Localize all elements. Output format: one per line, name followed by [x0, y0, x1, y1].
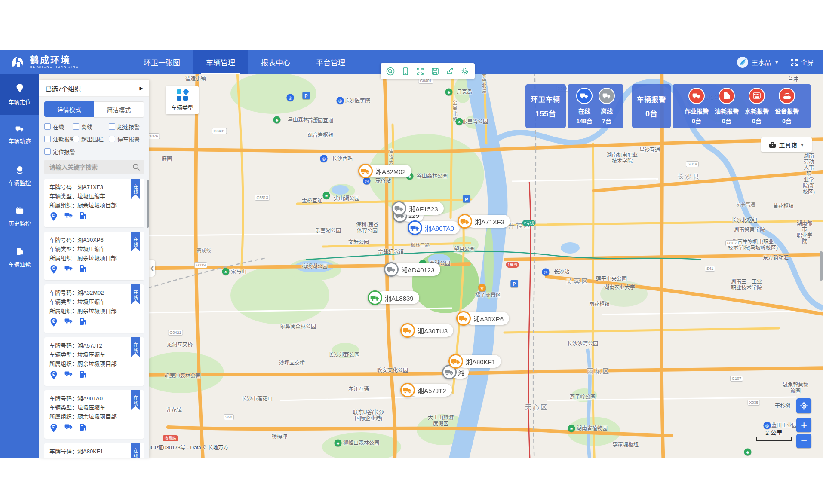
- stat-label: 在线: [578, 107, 590, 115]
- vehicle-marker[interactable]: 湘A80KF1: [448, 354, 501, 369]
- vehicle-marker[interactable]: 湘AL8839: [368, 290, 419, 305]
- nav-item[interactable]: 环卫一张图: [131, 50, 193, 74]
- sidebar-item[interactable]: 车辆监控: [0, 156, 39, 196]
- fullscreen-button[interactable]: 全屏: [790, 58, 814, 67]
- logo-title: 鹤成环境: [30, 55, 79, 65]
- vehicle-card[interactable]: 车牌号码：湘A57JT2车辆类型：垃圾压缩车所属组织：厨余垃圾项目部在线: [44, 337, 144, 386]
- track-vehicle-icon[interactable]: [64, 212, 73, 224]
- vehicle-marker[interactable]: 湘A57JT2: [400, 383, 452, 397]
- marker-plate-label: 湘AD40123: [393, 263, 440, 276]
- track-vehicle-icon[interactable]: [64, 423, 73, 435]
- map-search-icon[interactable]: [386, 67, 395, 76]
- road-badge: G5513: [255, 195, 270, 201]
- vehicle-marker[interactable]: 湘AD40123: [384, 262, 440, 277]
- mode-simple-button[interactable]: 简洁模式: [94, 101, 144, 118]
- vehicle-marker[interactable]: 湘A32M02: [358, 164, 412, 178]
- org-expand-arrow-icon[interactable]: ▶: [140, 86, 143, 91]
- vehicle-card[interactable]: 车牌号码：湘A32M02车辆类型：垃圾压缩车所属组织：厨余垃圾项目部在线: [44, 284, 144, 333]
- vehicle-card[interactable]: 车牌号码：湘A71XF3车辆类型：垃圾压缩车所属组织：厨余垃圾项目部在线: [44, 179, 144, 227]
- vehicle-marker[interactable]: 湘A30XP6: [456, 311, 509, 326]
- alarm-label: 油耗报警: [715, 107, 739, 115]
- panel-collapse-tab[interactable]: ❮: [149, 260, 155, 277]
- vehicle-card-org: 所属组织：厨余垃圾项目部: [49, 306, 139, 315]
- filter-checkbox[interactable]: 停车报警: [109, 135, 144, 143]
- map-label: 长沙沙湾公园: [567, 341, 598, 347]
- filter-checkbox[interactable]: 定位报警: [44, 147, 73, 156]
- vehicle-type-button[interactable]: 车辆类型: [166, 86, 199, 114]
- zoom-out-button[interactable]: −: [796, 434, 811, 448]
- vehicle-card-plate: 车牌号码：湘A32M02: [49, 288, 139, 297]
- zoom-in-button[interactable]: +: [796, 418, 811, 432]
- vehicle-marker[interactable]: 湘A71XF3: [458, 214, 510, 229]
- truck-marker-icon: [400, 383, 415, 397]
- locate-vehicle-icon[interactable]: [49, 265, 58, 277]
- filter-checkbox[interactable]: 超速报警: [109, 122, 144, 131]
- panel-scrollbar-thumb[interactable]: [147, 180, 149, 228]
- sidebar-item[interactable]: 历史监控: [0, 196, 39, 237]
- fuel-vehicle-icon[interactable]: [80, 318, 86, 330]
- nav-item[interactable]: 平台管理: [303, 50, 358, 74]
- search-input[interactable]: [44, 160, 144, 174]
- main-nav: 环卫一张图车辆管理报表中心平台管理: [131, 50, 358, 74]
- user-name[interactable]: 王水晶: [752, 58, 771, 67]
- fuel-vehicle-icon[interactable]: [80, 212, 86, 224]
- map-canvas[interactable]: 智造小镇乌山森林公园长沙医学院黄金园互通月亮岛银星湾公园观音岩枢纽麻园长沙西站金…: [39, 74, 823, 458]
- chevron-down-icon[interactable]: ▼: [774, 60, 779, 65]
- track-vehicle-icon[interactable]: [64, 318, 73, 330]
- org-selector[interactable]: 已选7个组织 ▶: [39, 80, 149, 97]
- toolbox-icon: [769, 142, 776, 148]
- locate-vehicle-icon[interactable]: [49, 318, 58, 330]
- filter-checkbox[interactable]: 在线: [44, 122, 73, 131]
- settings-gear-icon[interactable]: [460, 67, 470, 76]
- map-label: 杭长高速: [736, 202, 755, 208]
- vehicle-list: 车牌号码：湘A71XF3车辆类型：垃圾压缩车所属组织：厨余垃圾项目部在线车牌号码…: [39, 179, 149, 458]
- parking-poi-icon: P: [303, 92, 310, 99]
- sidebar-item[interactable]: 车辆定位: [0, 74, 39, 115]
- locate-vehicle-icon[interactable]: [49, 370, 58, 382]
- vehicle-marker[interactable]: 湘AF1523: [392, 201, 444, 216]
- save-map-icon[interactable]: [430, 67, 440, 76]
- track-vehicle-icon[interactable]: [64, 265, 73, 277]
- alarm-value: 0台: [722, 116, 731, 125]
- map-label: 橘子洲景区: [475, 292, 501, 298]
- sidebar-item[interactable]: 车辆轨迹: [0, 115, 39, 156]
- fuel-vehicle-icon[interactable]: [80, 265, 86, 277]
- fuel-vehicle-icon[interactable]: [80, 370, 86, 382]
- search-icon[interactable]: [132, 163, 140, 171]
- vehicle-marker[interactable]: 湘A90TA0: [408, 220, 460, 235]
- vehicle-marker[interactable]: 湘A30TU3: [400, 323, 453, 338]
- sidebar-item[interactable]: 车辆油耗: [0, 237, 39, 278]
- filter-checkbox[interactable]: 超出围栏: [73, 135, 109, 143]
- mobile-view-icon[interactable]: [401, 67, 410, 76]
- road-badge: G0401: [212, 128, 227, 134]
- map-label: 象鼻窝森林公园: [280, 324, 316, 330]
- map-label: 望月公园: [454, 246, 475, 252]
- fullscreen-icon: [790, 58, 798, 66]
- vehicle-card[interactable]: 车牌号码：湘A90TA0车辆类型：垃圾压缩车所属组织：厨余垃圾项目部在线: [44, 390, 144, 439]
- locate-button[interactable]: [796, 398, 811, 413]
- sidebar-item-label: 历史监控: [8, 219, 31, 227]
- map-label: 星沙互通: [639, 147, 660, 153]
- expand-map-icon[interactable]: [415, 67, 425, 76]
- vehicle-card[interactable]: 车牌号码：湘A30XP6车辆类型：垃圾压缩车所属组织：厨余垃圾项目部在线: [44, 232, 144, 280]
- filter-label: 定位报警: [53, 147, 75, 156]
- locate-vehicle-icon[interactable]: [49, 423, 58, 435]
- track-vehicle-icon[interactable]: [64, 370, 73, 382]
- fuel-vehicle-icon[interactable]: [80, 423, 86, 435]
- device-alarm-icon: [779, 88, 795, 104]
- toolbox-button[interactable]: 工具箱 ▼: [761, 137, 812, 152]
- locate-vehicle-icon[interactable]: [49, 212, 58, 224]
- filter-checkbox[interactable]: 油耗报警: [44, 135, 73, 143]
- share-map-icon[interactable]: [445, 67, 454, 76]
- vehicle-card[interactable]: 车牌号码：湘A80KF1车辆类型：垃圾压缩车所属组织：厨余垃圾项目部在线: [44, 443, 144, 458]
- mode-detail-button[interactable]: 详情模式: [44, 101, 94, 117]
- filter-checkbox[interactable]: 离线: [73, 122, 109, 131]
- marker-plate-label: 湘AF1523: [401, 202, 444, 215]
- page-scrollbar-thumb[interactable]: [820, 251, 823, 281]
- map-label: 湖南省植物园: [577, 425, 608, 431]
- nav-item[interactable]: 车辆管理: [193, 50, 248, 74]
- map-label: 麻园: [162, 156, 172, 162]
- vehicle-card-org: 所属组织：厨余垃圾项目部: [49, 201, 139, 210]
- nav-item[interactable]: 报表中心: [248, 50, 303, 74]
- user-avatar[interactable]: [737, 57, 748, 68]
